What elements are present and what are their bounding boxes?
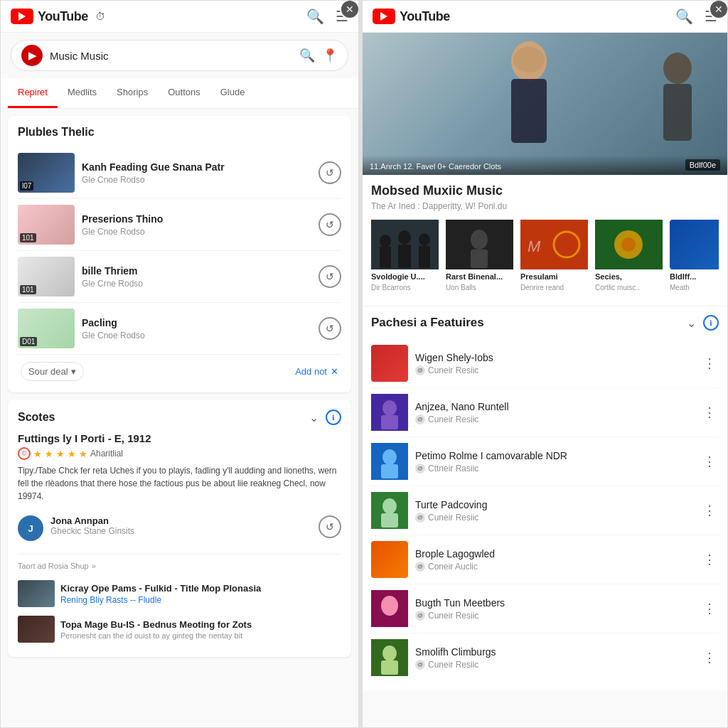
tabs-bar: Repiret Medlits Shorips Outtons Glude — [1, 78, 358, 109]
feat-sub-3: @ Cttneir Rasiic — [415, 464, 693, 473]
tab-outtons[interactable]: Outtons — [158, 78, 210, 108]
more-options-btn-1[interactable]: ⋮ — [700, 353, 719, 374]
hero-video-label: 11.Anrch 12. Favel 0+ Caeredor Clots — [370, 162, 501, 171]
search-submit-icon[interactable]: 🔍 — [299, 48, 315, 63]
channel-sub-icon-7: @ — [415, 660, 425, 670]
scotes-info-icon[interactable]: ℹ — [326, 410, 341, 425]
extra-icon: ⏱ — [95, 11, 105, 22]
album-name-3: Presulami — [520, 272, 588, 281]
featured-item-6: Bugth Tun Meetbers @ Cuneir Resiic ⋮ — [371, 584, 719, 633]
tab-glude[interactable]: Glude — [210, 78, 255, 108]
album-thumb-4 — [595, 220, 663, 269]
svg-rect-4 — [663, 84, 692, 141]
playlist-item: l07 Kanh Feading Gue Snana Patr Gle Cnoe… — [18, 147, 341, 199]
chevron-down-icon: ▾ — [71, 366, 76, 377]
search-icon[interactable]: 🔍 — [306, 8, 324, 25]
hero-video[interactable]: 11.Anrch 12. Favel 0+ Caeredor Clots Bdl… — [363, 33, 727, 175]
svg-rect-23 — [381, 415, 398, 429]
main-container: ✕ YouTube ⏱ 🔍 ☰ ▶ 🔍 📍 Repiret — [0, 0, 728, 728]
feat-sub-6: @ Cuneir Resiic — [415, 611, 693, 621]
featured-item-5: Brople Lagogwled @ Coneir Auclic ⋮ — [371, 535, 719, 584]
feat-thumb-1 — [371, 345, 408, 382]
album-name-5: Bldlff... — [670, 272, 719, 281]
left-logo: YouTube ⏱ — [11, 9, 105, 24]
album-card-5[interactable]: Bldlff... Meath — [670, 220, 719, 291]
scotes-collapse-icon[interactable]: ⌄ — [309, 411, 318, 424]
tab-shorips[interactable]: Shorips — [107, 78, 158, 108]
featured-title: Pachesi a Featuires — [371, 316, 484, 330]
album-card-3[interactable]: M Presulami Denrire reand — [520, 220, 588, 291]
suggested-link-1[interactable]: Rening Bliy Rasts -- Fludle — [60, 595, 341, 605]
left-close-button[interactable]: ✕ — [340, 0, 359, 19]
svg-rect-14 — [471, 250, 488, 268]
toggle-btn-2[interactable]: ↺ — [318, 213, 341, 236]
playlist-section: Plubles Thelic l07 Kanh Feading Gue Snan… — [8, 116, 351, 392]
more-options-btn-7[interactable]: ⋮ — [700, 647, 719, 668]
location-icon[interactable]: 📍 — [322, 48, 338, 63]
comment-toggle-btn[interactable]: ↺ — [318, 515, 341, 538]
hero-video-overlay: 11.Anrch 12. Favel 0+ Caeredor Clots Bdl… — [363, 155, 727, 175]
svg-point-8 — [398, 230, 411, 245]
playlist-item: 101 bille Thriem Gle Crne Rodso ↺ — [18, 251, 341, 303]
right-close-button[interactable]: ✕ — [709, 0, 728, 19]
more-options-btn-6[interactable]: ⋮ — [700, 598, 719, 619]
album-card-2[interactable]: Rarst Binenal... Uon Balls — [446, 220, 513, 291]
svg-rect-9 — [398, 245, 411, 268]
playlist-thumb-3: 101 — [18, 257, 75, 296]
suggested-info-2: Topa Mage Bu-IS - Bednus Meoting for Zot… — [60, 619, 341, 640]
left-panel: ✕ YouTube ⏱ 🔍 ☰ ▶ 🔍 📍 Repiret — [0, 0, 359, 728]
feat-info-6: Bugth Tun Meetbers @ Cuneir Resiic — [415, 597, 693, 621]
more-options-btn-3[interactable]: ⋮ — [700, 451, 719, 472]
playlist-info-2: Preserions Thino Gle Cnoe Rodso — [82, 213, 311, 237]
suggested-item-2: Topa Mage Bu-IS - Bednus Meoting for Zot… — [18, 611, 341, 647]
toggle-btn-3[interactable]: ↺ — [318, 265, 341, 288]
album-name-1: Svoldogie U.... — [371, 272, 439, 281]
right-search-icon[interactable]: 🔍 — [675, 8, 693, 25]
featured-item-2: Anjzea, Nano Runtell @ Cuneir Resiic ⋮ — [371, 388, 719, 437]
add-not-label: Add not — [295, 366, 327, 377]
toggle-btn-4[interactable]: ↺ — [318, 317, 341, 340]
suggested-label: Taort ad Rosia Shup » — [18, 562, 341, 570]
scotes-title: Scotes — [18, 411, 55, 424]
playlist-sub-4: Gle Cnoe Rodso — [82, 331, 311, 341]
feat-name-5: Brople Lagogwled — [415, 548, 693, 560]
add-not-button[interactable]: Add not ✕ — [295, 366, 338, 377]
scotes-item-title: Futtings ly I Porti - E, 1912 — [18, 432, 341, 444]
featured-info-icon[interactable]: ℹ — [703, 315, 719, 331]
more-options-btn-2[interactable]: ⋮ — [700, 402, 719, 423]
more-options-btn-5[interactable]: ⋮ — [700, 549, 719, 570]
featured-section: Pachesi a Featuires ⌄ ℹ Wigen Shely-Iobs… — [363, 306, 727, 690]
feat-info-5: Brople Lagogwled @ Coneir Auclic — [415, 548, 693, 572]
feat-name-2: Anjzea, Nano Runtell — [415, 401, 693, 412]
album-card-4[interactable]: Secies, Cortlic muisc.. — [595, 220, 663, 291]
tab-medlits[interactable]: Medlits — [58, 78, 107, 108]
search-input[interactable] — [50, 50, 292, 62]
hero-person-female — [472, 33, 614, 175]
more-options-btn-4[interactable]: ⋮ — [700, 500, 719, 521]
right-scroll-content: Mobsed Muxiic Music The Ar Ined : Dapper… — [363, 175, 727, 727]
channel-section: Mobsed Muxiic Music The Ar Ined : Dapper… — [363, 175, 727, 306]
tab-repiret[interactable]: Repiret — [8, 78, 58, 108]
album-thumb-3: M — [520, 220, 588, 269]
feat-name-3: Petimo Rolme I camovarable NDR — [415, 450, 693, 461]
toggle-btn-1[interactable]: ↺ — [318, 161, 341, 184]
comment-name: Jona Annpan — [50, 515, 311, 526]
svg-text:M: M — [528, 237, 541, 255]
svg-point-13 — [471, 230, 488, 250]
featured-collapse-icon[interactable]: ⌄ — [687, 316, 696, 330]
album-card-1[interactable]: Svoldogie U.... Dir Bcarrons — [371, 220, 439, 291]
featured-item-7: Smolifh Climburgs @ Cuneir Resiic ⋮ — [371, 633, 719, 682]
feat-sub-2: @ Cuneir Resiic — [415, 414, 693, 424]
thumb-label-2: 101 — [20, 233, 36, 242]
featured-item-1: Wigen Shely-Iobs @ Cuneir Resiic ⋮ — [371, 339, 719, 388]
svg-point-2 — [513, 47, 545, 73]
close-small-icon: ✕ — [331, 366, 338, 377]
feat-info-7: Smolifh Climburgs @ Cuneir Resiic — [415, 646, 693, 670]
search-bar: ▶ 🔍 📍 — [11, 40, 348, 71]
left-scroll-content: Plubles Thelic l07 Kanh Feading Gue Snan… — [1, 109, 358, 727]
playlist-sub-2: Gle Cnoe Rodso — [82, 227, 311, 237]
star-3: ★ — [56, 449, 65, 459]
star-2: ★ — [45, 449, 53, 459]
sour-deal-dropdown[interactable]: Sour deal ▾ — [21, 362, 84, 381]
album-sub-4: Cortlic muisc.. — [595, 284, 663, 291]
